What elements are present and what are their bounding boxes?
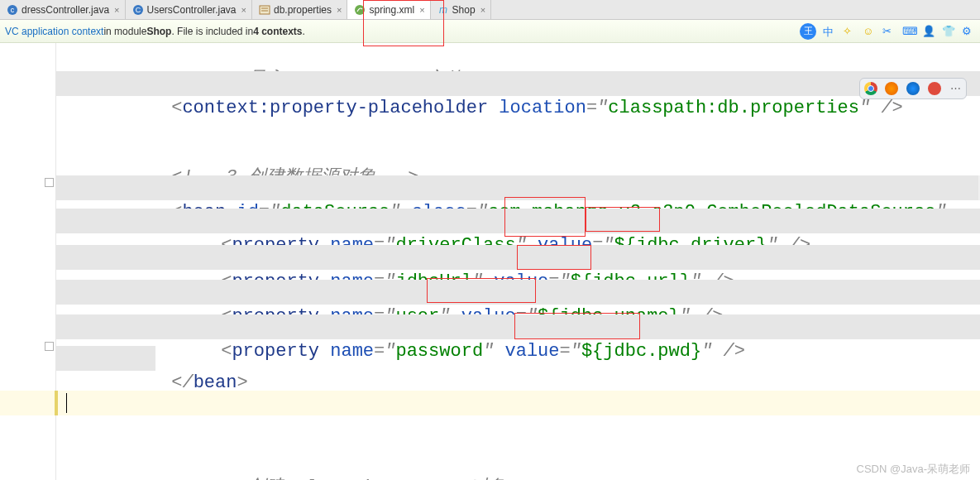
firefox-icon[interactable] (885, 82, 898, 95)
code-line: <property name="driverClass" value="${jd… (56, 209, 980, 233)
toolbar-right: 王 中 ✧ ☺ ✂ ⌨ 👤 👕 ⚙ (800, 23, 975, 40)
context-link[interactable]: VC application context (5, 26, 103, 37)
person-icon[interactable]: 👤 (922, 25, 935, 38)
floating-icon-bar[interactable]: ⋯ (859, 78, 967, 99)
tab-shop[interactable]: m Shop × (431, 0, 491, 19)
code-line: <bean id="dataSource" class="com.mchange… (56, 175, 980, 200)
info-text: . File is included in (171, 26, 253, 37)
java-class-icon: c (7, 4, 18, 16)
fold-indicator[interactable] (45, 178, 54, 187)
spring-config-icon (354, 4, 366, 16)
tab-bar: c dressController.java × C UsersControll… (0, 0, 980, 20)
context-info-bar: VC application context in module Shop . … (0, 20, 980, 43)
code-line: <context:property-placeholder location="… (56, 71, 980, 96)
tab-dbproperties[interactable]: db.properties × (252, 0, 347, 19)
svg-text:C: C (135, 6, 141, 14)
ime-icon[interactable]: 中 (823, 25, 836, 38)
code-line: <property name="jdbcUrl" value="${jdbc.u… (56, 245, 980, 270)
svg-text:m: m (439, 4, 447, 16)
scissors-icon[interactable]: ✂ (882, 25, 896, 38)
properties-file-icon (259, 4, 270, 16)
close-icon[interactable]: × (480, 5, 485, 15)
code-line: <property name="password" value="${jdbc.… (56, 314, 980, 339)
chrome-icon[interactable] (864, 82, 877, 95)
tab-dresscontroller[interactable]: c dressController.java × (0, 0, 126, 19)
gear-icon[interactable]: ⚙ (962, 25, 975, 38)
tab-label: spring.xml (369, 4, 414, 16)
tab-spring-xml[interactable]: spring.xml × (347, 0, 430, 19)
module-icon: m (437, 4, 449, 16)
context-count: 4 contexts (253, 26, 302, 37)
info-text: . (303, 26, 305, 37)
opera-icon[interactable] (928, 82, 941, 95)
fold-indicator[interactable] (45, 342, 54, 351)
close-icon[interactable]: × (114, 5, 119, 15)
watermark-text: CSDN @Java-呆萌老师 (857, 462, 970, 477)
tab-label: dressController.java (22, 4, 109, 16)
tab-label: UsersController.java (147, 4, 237, 16)
java-class-icon: C (132, 4, 144, 16)
close-icon[interactable]: × (419, 5, 424, 15)
code-line: <property name="user" value="${jdbc.unam… (56, 280, 980, 305)
tab-label: db.properties (274, 4, 332, 16)
code-editor[interactable]: <!-- 2.导入db.properties文件--> <context:pro… (0, 43, 980, 480)
close-icon[interactable]: × (241, 5, 246, 15)
user-avatar[interactable]: 王 (800, 23, 816, 40)
svg-text:c: c (11, 6, 15, 14)
more-icon[interactable]: ⋯ (949, 82, 962, 95)
code-line: </bean> (56, 346, 155, 371)
smiley-icon[interactable]: ☺ (863, 25, 876, 38)
svg-rect-4 (260, 6, 270, 14)
text-cursor (66, 393, 67, 413)
shirt-icon[interactable]: 👕 (942, 25, 955, 38)
keyboard-icon[interactable]: ⌨ (902, 25, 915, 38)
sparkle-icon[interactable]: ✧ (843, 25, 856, 38)
tab-label: Shop (452, 4, 476, 16)
safari-icon[interactable] (906, 82, 920, 95)
svg-point-7 (355, 5, 365, 15)
tab-userscontroller[interactable]: C UsersController.java × (126, 0, 252, 19)
info-text: in module (103, 26, 146, 37)
close-icon[interactable]: × (337, 5, 342, 15)
code-area[interactable]: <!-- 2.导入db.properties文件--> <context:pro… (56, 43, 980, 480)
module-name: Shop (146, 26, 171, 37)
